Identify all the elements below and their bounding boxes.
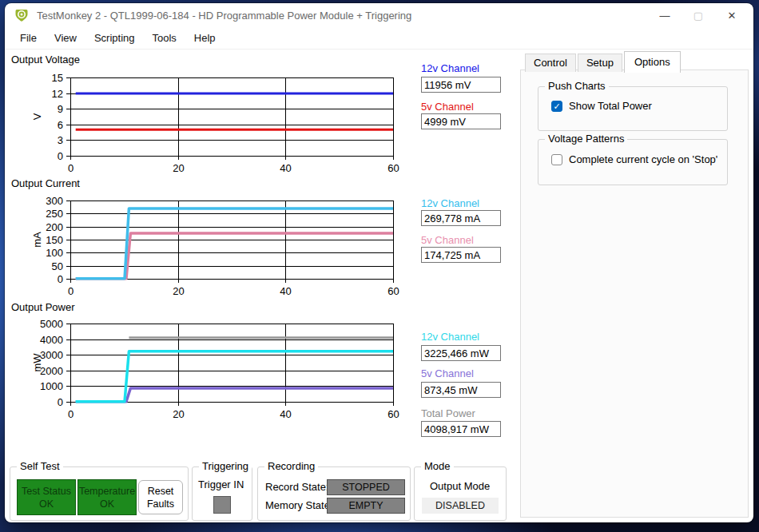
voltage-5v-channel-label: 5v Channel xyxy=(421,101,509,113)
mode-legend: Mode xyxy=(421,460,454,472)
svg-text:100: 100 xyxy=(46,247,63,259)
output-voltage-title: Output Voltage xyxy=(11,54,80,66)
voltage-patterns-legend: Voltage Patterns xyxy=(545,133,627,145)
window-title: TestMonkey 2 - QTL1999-06-184 - HD Progr… xyxy=(37,10,648,22)
svg-text:40: 40 xyxy=(280,408,291,420)
menu-view[interactable]: View xyxy=(46,29,85,47)
svg-text:20: 20 xyxy=(173,162,184,174)
tab-control[interactable]: Control xyxy=(525,54,576,72)
svg-text:150: 150 xyxy=(46,234,63,246)
svg-text:9: 9 xyxy=(58,103,63,115)
svg-text:200: 200 xyxy=(46,221,63,233)
svg-text:40: 40 xyxy=(280,162,291,174)
memory-state-badge: EMPTY xyxy=(327,498,405,514)
svg-text:15: 15 xyxy=(52,72,63,84)
trigger-in-label: Trigger IN xyxy=(198,478,244,490)
svg-text:250: 250 xyxy=(46,208,63,220)
menu-bar: File View Scripting Tools Help xyxy=(5,27,753,50)
show-total-power-checkbox[interactable] xyxy=(551,101,562,112)
svg-text:300: 300 xyxy=(46,195,63,207)
output-power-chart: 0100020003000400050000204060mW xyxy=(29,316,408,422)
test-status-button[interactable]: Test Status OK xyxy=(17,479,76,515)
record-state-badge: STOPPED xyxy=(327,479,405,495)
svg-text:20: 20 xyxy=(173,408,184,420)
svg-text:40: 40 xyxy=(280,285,291,297)
svg-text:50: 50 xyxy=(52,260,63,272)
voltage-5v-value[interactable] xyxy=(421,113,501,129)
svg-text:0: 0 xyxy=(68,162,74,174)
power-5v-channel-label: 5v Channel xyxy=(421,367,509,379)
svg-text:0: 0 xyxy=(68,408,74,420)
svg-text:60: 60 xyxy=(387,162,399,174)
svg-text:20: 20 xyxy=(173,285,184,297)
complete-cycle-label: Complete current cycle on 'Stop' xyxy=(569,153,717,165)
total-power-label: Total Power xyxy=(421,407,509,419)
window-controls: — ▢ ✕ xyxy=(648,3,749,27)
current-5v-channel-label: 5v Channel xyxy=(421,234,509,246)
push-charts-group: Push Charts Show Total Power xyxy=(538,86,728,131)
power-12v-channel-label: 12v Channel xyxy=(421,331,509,343)
tab-setup[interactable]: Setup xyxy=(578,54,622,72)
svg-text:2000: 2000 xyxy=(40,365,63,377)
maximize-icon[interactable]: ▢ xyxy=(682,3,715,27)
svg-text:5000: 5000 xyxy=(40,318,63,330)
tab-strip: Control Setup Options xyxy=(525,51,682,72)
app-window: TestMonkey 2 - QTL1999-06-184 - HD Progr… xyxy=(5,3,753,522)
current-5v-value[interactable] xyxy=(421,247,501,263)
svg-text:3000: 3000 xyxy=(40,349,63,361)
recording-group: Recording Record State: STOPPED Memory S… xyxy=(257,466,411,521)
svg-text:0: 0 xyxy=(58,396,63,408)
output-voltage-chart: 036912150204060V xyxy=(29,70,408,176)
voltage-12v-value[interactable] xyxy=(421,77,501,93)
output-current-chart: 0501001502002503000204060mA xyxy=(29,193,408,299)
current-12v-value[interactable] xyxy=(421,210,501,226)
temperature-button[interactable]: Temperature OK xyxy=(77,479,137,515)
svg-text:60: 60 xyxy=(387,408,399,420)
record-state-label: Record State: xyxy=(265,481,329,493)
push-charts-legend: Push Charts xyxy=(545,80,609,92)
menu-tools[interactable]: Tools xyxy=(143,29,185,47)
self-test-group: Self Test Test Status OK Temperature OK … xyxy=(10,466,189,521)
output-current-title: Output Current xyxy=(11,177,80,189)
svg-text:12: 12 xyxy=(52,88,63,100)
output-mode-label: Output Mode xyxy=(430,480,490,492)
svg-text:4000: 4000 xyxy=(40,334,63,346)
tab-options[interactable]: Options xyxy=(624,51,681,73)
menu-help[interactable]: Help xyxy=(185,29,225,47)
svg-text:V: V xyxy=(31,113,43,120)
trigger-in-indicator xyxy=(213,496,231,514)
recording-legend: Recording xyxy=(264,460,318,472)
svg-text:6: 6 xyxy=(58,119,63,131)
svg-text:0: 0 xyxy=(58,150,63,162)
minimize-icon[interactable]: — xyxy=(648,3,682,27)
self-test-legend: Self Test xyxy=(17,460,63,472)
svg-text:0: 0 xyxy=(58,273,63,285)
menu-file[interactable]: File xyxy=(11,29,46,47)
complete-cycle-checkbox[interactable] xyxy=(551,154,562,165)
svg-text:0: 0 xyxy=(68,285,74,297)
mode-group: Mode Output Mode DISABLED xyxy=(414,466,507,521)
triggering-group: Triggering Trigger IN xyxy=(192,466,252,521)
app-logo-icon xyxy=(14,8,29,22)
menu-scripting[interactable]: Scripting xyxy=(85,29,144,47)
current-12v-channel-label: 12v Channel xyxy=(421,197,509,209)
output-mode-value: DISABLED xyxy=(422,498,499,514)
memory-state-label: Memory State: xyxy=(265,499,333,511)
svg-text:1000: 1000 xyxy=(40,380,63,392)
power-5v-value[interactable] xyxy=(421,382,501,398)
close-icon[interactable]: ✕ xyxy=(715,3,749,27)
output-power-title: Output Power xyxy=(11,301,75,313)
triggering-legend: Triggering xyxy=(199,460,252,472)
show-total-power-label: Show Total Power xyxy=(569,100,652,112)
svg-text:3: 3 xyxy=(58,134,63,146)
settings-panel: Control Setup Options Push Charts Show T… xyxy=(520,51,750,519)
reset-faults-button[interactable]: Reset Faults xyxy=(138,480,183,514)
voltage-12v-channel-label: 12v Channel xyxy=(421,62,509,74)
svg-text:mA: mA xyxy=(31,232,43,248)
power-12v-value[interactable] xyxy=(421,345,501,361)
svg-text:mW: mW xyxy=(31,353,43,372)
svg-text:60: 60 xyxy=(387,285,399,297)
title-bar: TestMonkey 2 - QTL1999-06-184 - HD Progr… xyxy=(5,3,753,27)
voltage-patterns-group: Voltage Patterns Complete current cycle … xyxy=(538,139,728,185)
total-power-value[interactable] xyxy=(421,421,501,437)
